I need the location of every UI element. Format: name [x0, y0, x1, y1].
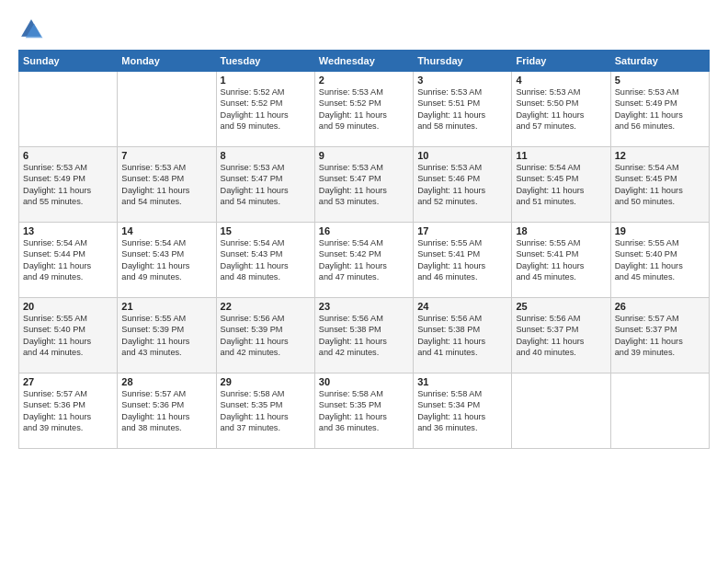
day-info: Sunrise: 5:56 AM Sunset: 5:38 PM Dayligh… [319, 313, 409, 359]
day-cell-12: 12Sunrise: 5:54 AM Sunset: 5:45 PM Dayli… [610, 147, 709, 223]
day-cell-14: 14Sunrise: 5:54 AM Sunset: 5:43 PM Dayli… [118, 223, 216, 298]
empty-cell [610, 373, 709, 449]
empty-cell [118, 72, 216, 147]
day-cell-3: 3Sunrise: 5:53 AM Sunset: 5:51 PM Daylig… [414, 72, 512, 147]
day-info: Sunrise: 5:52 AM Sunset: 5:52 PM Dayligh… [221, 86, 311, 132]
day-number: 15 [221, 225, 311, 236]
day-cell-24: 24Sunrise: 5:56 AM Sunset: 5:38 PM Dayli… [414, 298, 512, 373]
day-cell-5: 5Sunrise: 5:53 AM Sunset: 5:49 PM Daylig… [610, 72, 709, 147]
day-cell-13: 13Sunrise: 5:54 AM Sunset: 5:44 PM Dayli… [19, 223, 118, 298]
day-info: Sunrise: 5:57 AM Sunset: 5:37 PM Dayligh… [615, 313, 705, 359]
day-cell-4: 4Sunrise: 5:53 AM Sunset: 5:50 PM Daylig… [512, 72, 610, 147]
day-cell-30: 30Sunrise: 5:58 AM Sunset: 5:35 PM Dayli… [314, 373, 413, 449]
day-number: 5 [615, 75, 705, 86]
day-info: Sunrise: 5:58 AM Sunset: 5:35 PM Dayligh… [221, 388, 311, 434]
day-number: 2 [319, 75, 409, 86]
calendar-page: SundayMondayTuesdayWednesdayThursdayFrid… [0, 0, 728, 563]
day-info: Sunrise: 5:57 AM Sunset: 5:36 PM Dayligh… [23, 388, 113, 434]
day-cell-2: 2Sunrise: 5:53 AM Sunset: 5:52 PM Daylig… [314, 72, 413, 147]
day-info: Sunrise: 5:54 AM Sunset: 5:45 PM Dayligh… [516, 162, 606, 208]
day-cell-29: 29Sunrise: 5:58 AM Sunset: 5:35 PM Dayli… [216, 373, 314, 449]
day-info: Sunrise: 5:54 AM Sunset: 5:43 PM Dayligh… [221, 237, 311, 283]
weekday-header-sunday: Sunday [19, 51, 118, 72]
day-number: 17 [417, 225, 507, 236]
day-cell-9: 9Sunrise: 5:53 AM Sunset: 5:47 PM Daylig… [314, 147, 413, 223]
day-number: 28 [121, 376, 211, 387]
day-cell-23: 23Sunrise: 5:56 AM Sunset: 5:38 PM Dayli… [314, 298, 413, 373]
weekday-header-wednesday: Wednesday [314, 51, 413, 72]
day-info: Sunrise: 5:53 AM Sunset: 5:50 PM Dayligh… [516, 86, 606, 132]
day-info: Sunrise: 5:55 AM Sunset: 5:41 PM Dayligh… [417, 237, 507, 283]
calendar-header: SundayMondayTuesdayWednesdayThursdayFrid… [19, 51, 710, 72]
calendar-body: 1Sunrise: 5:52 AM Sunset: 5:52 PM Daylig… [19, 72, 710, 449]
day-number: 26 [615, 301, 705, 312]
day-cell-11: 11Sunrise: 5:54 AM Sunset: 5:45 PM Dayli… [512, 147, 610, 223]
day-info: Sunrise: 5:54 AM Sunset: 5:43 PM Dayligh… [121, 237, 211, 283]
day-number: 22 [221, 301, 311, 312]
day-number: 24 [417, 301, 507, 312]
day-cell-16: 16Sunrise: 5:54 AM Sunset: 5:42 PM Dayli… [314, 223, 413, 298]
day-cell-21: 21Sunrise: 5:55 AM Sunset: 5:39 PM Dayli… [118, 298, 216, 373]
day-cell-7: 7Sunrise: 5:53 AM Sunset: 5:48 PM Daylig… [118, 147, 216, 223]
day-info: Sunrise: 5:55 AM Sunset: 5:39 PM Dayligh… [121, 313, 211, 359]
day-number: 10 [417, 150, 507, 161]
day-cell-20: 20Sunrise: 5:55 AM Sunset: 5:40 PM Dayli… [19, 298, 118, 373]
day-number: 31 [417, 376, 507, 387]
day-cell-19: 19Sunrise: 5:55 AM Sunset: 5:40 PM Dayli… [610, 223, 709, 298]
day-info: Sunrise: 5:54 AM Sunset: 5:42 PM Dayligh… [319, 237, 409, 283]
empty-cell [19, 72, 118, 147]
day-number: 16 [319, 225, 409, 236]
day-info: Sunrise: 5:58 AM Sunset: 5:35 PM Dayligh… [319, 388, 409, 434]
day-number: 7 [121, 150, 211, 161]
day-info: Sunrise: 5:53 AM Sunset: 5:52 PM Dayligh… [319, 86, 409, 132]
day-number: 30 [319, 376, 409, 387]
weekday-header-thursday: Thursday [414, 51, 512, 72]
day-info: Sunrise: 5:53 AM Sunset: 5:47 PM Dayligh… [221, 162, 311, 208]
week-row-4: 20Sunrise: 5:55 AM Sunset: 5:40 PM Dayli… [19, 298, 710, 373]
day-number: 29 [221, 376, 311, 387]
calendar-table: SundayMondayTuesdayWednesdayThursdayFrid… [18, 50, 710, 449]
day-cell-28: 28Sunrise: 5:57 AM Sunset: 5:36 PM Dayli… [118, 373, 216, 449]
day-number: 27 [23, 376, 113, 387]
day-info: Sunrise: 5:53 AM Sunset: 5:47 PM Dayligh… [319, 162, 409, 208]
day-number: 12 [615, 150, 705, 161]
day-info: Sunrise: 5:56 AM Sunset: 5:37 PM Dayligh… [516, 313, 606, 359]
day-number: 25 [516, 301, 606, 312]
week-row-3: 13Sunrise: 5:54 AM Sunset: 5:44 PM Dayli… [19, 223, 710, 298]
day-cell-15: 15Sunrise: 5:54 AM Sunset: 5:43 PM Dayli… [216, 223, 314, 298]
day-cell-8: 8Sunrise: 5:53 AM Sunset: 5:47 PM Daylig… [216, 147, 314, 223]
day-cell-26: 26Sunrise: 5:57 AM Sunset: 5:37 PM Dayli… [610, 298, 709, 373]
day-number: 18 [516, 225, 606, 236]
day-number: 8 [221, 150, 311, 161]
day-cell-31: 31Sunrise: 5:58 AM Sunset: 5:34 PM Dayli… [414, 373, 512, 449]
day-info: Sunrise: 5:54 AM Sunset: 5:44 PM Dayligh… [23, 237, 113, 283]
day-number: 4 [516, 75, 606, 86]
day-cell-18: 18Sunrise: 5:55 AM Sunset: 5:41 PM Dayli… [512, 223, 610, 298]
day-info: Sunrise: 5:57 AM Sunset: 5:36 PM Dayligh… [121, 388, 211, 434]
day-info: Sunrise: 5:55 AM Sunset: 5:40 PM Dayligh… [23, 313, 113, 359]
day-number: 20 [23, 301, 113, 312]
weekday-header-friday: Friday [512, 51, 610, 72]
empty-cell [512, 373, 610, 449]
day-info: Sunrise: 5:53 AM Sunset: 5:48 PM Dayligh… [121, 162, 211, 208]
day-number: 9 [319, 150, 409, 161]
day-info: Sunrise: 5:53 AM Sunset: 5:46 PM Dayligh… [417, 162, 507, 208]
day-number: 3 [417, 75, 507, 86]
day-info: Sunrise: 5:54 AM Sunset: 5:45 PM Dayligh… [615, 162, 705, 208]
weekday-header-monday: Monday [118, 51, 216, 72]
week-row-5: 27Sunrise: 5:57 AM Sunset: 5:36 PM Dayli… [19, 373, 710, 449]
day-info: Sunrise: 5:53 AM Sunset: 5:49 PM Dayligh… [23, 162, 113, 208]
week-row-2: 6Sunrise: 5:53 AM Sunset: 5:49 PM Daylig… [19, 147, 710, 223]
day-number: 11 [516, 150, 606, 161]
day-cell-10: 10Sunrise: 5:53 AM Sunset: 5:46 PM Dayli… [414, 147, 512, 223]
day-cell-22: 22Sunrise: 5:56 AM Sunset: 5:39 PM Dayli… [216, 298, 314, 373]
day-info: Sunrise: 5:56 AM Sunset: 5:38 PM Dayligh… [417, 313, 507, 359]
page-header [18, 17, 710, 42]
day-number: 23 [319, 301, 409, 312]
logo [18, 17, 48, 42]
day-info: Sunrise: 5:55 AM Sunset: 5:40 PM Dayligh… [615, 237, 705, 283]
weekday-header-row: SundayMondayTuesdayWednesdayThursdayFrid… [19, 51, 710, 72]
day-info: Sunrise: 5:56 AM Sunset: 5:39 PM Dayligh… [221, 313, 311, 359]
day-cell-25: 25Sunrise: 5:56 AM Sunset: 5:37 PM Dayli… [512, 298, 610, 373]
day-cell-1: 1Sunrise: 5:52 AM Sunset: 5:52 PM Daylig… [216, 72, 314, 147]
